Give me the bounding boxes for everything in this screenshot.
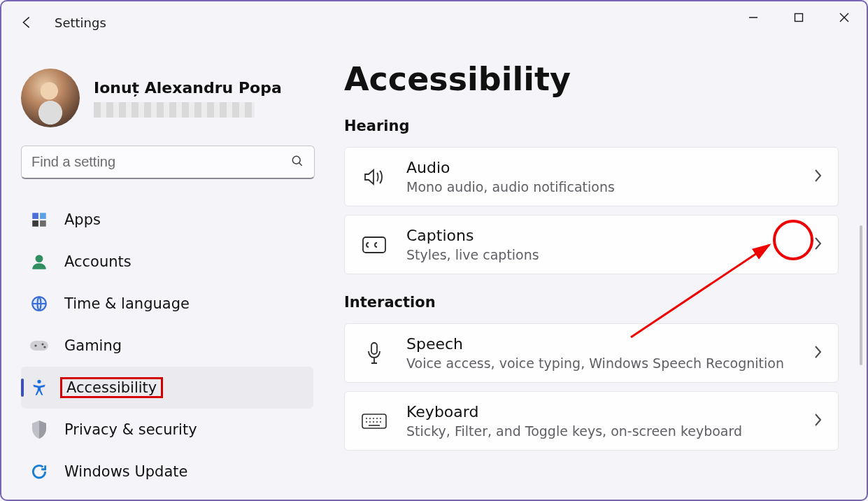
card-subtitle: Mono audio, audio notifications	[406, 179, 813, 195]
accounts-icon	[29, 252, 49, 271]
svg-point-4	[292, 156, 300, 164]
sidebar-item-label: Time & language	[64, 295, 190, 312]
scrollbar[interactable]	[860, 225, 862, 365]
minimize-button[interactable]	[730, 1, 776, 34]
svg-point-14	[41, 343, 43, 345]
sidebar-item-label: Accessibility	[64, 379, 163, 396]
speech-icon	[360, 339, 388, 367]
svg-point-10	[36, 255, 43, 262]
sidebar-item-accessibility[interactable]: Accessibility	[21, 367, 313, 409]
sidebar-item-label: Windows Update	[64, 463, 187, 480]
profile-name: Ionuț Alexandru Popa	[94, 79, 282, 97]
gaming-icon	[29, 336, 49, 355]
chevron-right-icon	[813, 412, 823, 430]
time-language-icon	[29, 294, 49, 313]
svg-rect-1	[795, 14, 802, 22]
card-keyboard[interactable]: Keyboard Sticky, Filter, and Toggle keys…	[344, 391, 839, 451]
windows-update-icon	[29, 462, 49, 481]
svg-rect-18	[371, 343, 377, 354]
content-area: Accessibility Hearing Audio Mono audio, …	[323, 43, 867, 500]
profile-email-redacted	[94, 102, 255, 118]
privacy-security-icon	[29, 420, 49, 439]
card-captions[interactable]: Captions Styles, live captions	[344, 215, 839, 274]
chevron-right-icon	[813, 344, 823, 362]
accessibility-icon	[29, 378, 49, 397]
page-title: Accessibility	[344, 60, 839, 98]
svg-rect-6	[32, 213, 38, 219]
card-title: Captions	[406, 227, 813, 244]
card-title: Keyboard	[406, 403, 813, 421]
section-title-hearing: Hearing	[344, 118, 839, 134]
card-audio[interactable]: Audio Mono audio, audio notifications	[344, 147, 839, 206]
search-input[interactable]	[31, 154, 290, 170]
window-controls	[730, 1, 867, 34]
card-title: Audio	[406, 159, 813, 176]
sidebar-item-label: Accounts	[64, 253, 131, 270]
keyboard-icon	[360, 407, 388, 435]
sidebar-item-time-language[interactable]: Time & language	[21, 283, 313, 325]
card-title: Speech	[406, 335, 813, 353]
sidebar-item-windows-update[interactable]: Windows Update	[21, 451, 313, 493]
svg-rect-9	[40, 220, 46, 227]
search-icon	[290, 154, 304, 171]
back-button[interactable]	[18, 14, 35, 31]
chevron-right-icon	[813, 168, 823, 186]
svg-rect-8	[32, 220, 38, 227]
svg-rect-12	[30, 341, 48, 351]
profile-block[interactable]: Ionuț Alexandru Popa	[21, 69, 323, 127]
sidebar-item-apps[interactable]: Apps	[21, 199, 313, 241]
sidebar: Ionuț Alexandru Popa Apps Accounts	[1, 43, 323, 500]
sidebar-item-privacy-security[interactable]: Privacy & security	[21, 409, 313, 451]
card-subtitle: Voice access, voice typing, Windows Spee…	[406, 355, 813, 371]
svg-point-15	[43, 346, 45, 348]
svg-line-5	[299, 162, 302, 165]
annotation-highlight-box: Accessibility	[60, 377, 163, 398]
sidebar-item-label: Privacy & security	[64, 421, 197, 438]
chevron-right-icon	[813, 236, 823, 254]
card-subtitle: Sticky, Filter, and Toggle keys, on-scre…	[406, 423, 813, 439]
card-subtitle: Styles, live captions	[406, 247, 813, 262]
maximize-button[interactable]	[776, 1, 821, 34]
avatar	[21, 69, 80, 127]
close-button[interactable]	[821, 1, 867, 34]
sidebar-item-accounts[interactable]: Accounts	[21, 241, 313, 283]
audio-icon	[360, 163, 388, 191]
svg-point-13	[34, 344, 36, 346]
sidebar-item-label: Apps	[64, 211, 101, 228]
captions-icon	[360, 231, 388, 259]
svg-rect-19	[362, 414, 386, 428]
svg-point-16	[37, 380, 41, 383]
card-speech[interactable]: Speech Voice access, voice typing, Windo…	[344, 323, 839, 383]
sidebar-item-gaming[interactable]: Gaming	[21, 325, 313, 367]
svg-rect-7	[40, 213, 46, 219]
sidebar-item-label: Gaming	[64, 337, 122, 354]
sidebar-nav: Apps Accounts Time & language Gaming	[21, 199, 323, 493]
section-title-interaction: Interaction	[344, 294, 839, 311]
app-title: Settings	[55, 15, 106, 30]
search-box[interactable]	[21, 146, 315, 179]
apps-icon	[29, 210, 49, 230]
